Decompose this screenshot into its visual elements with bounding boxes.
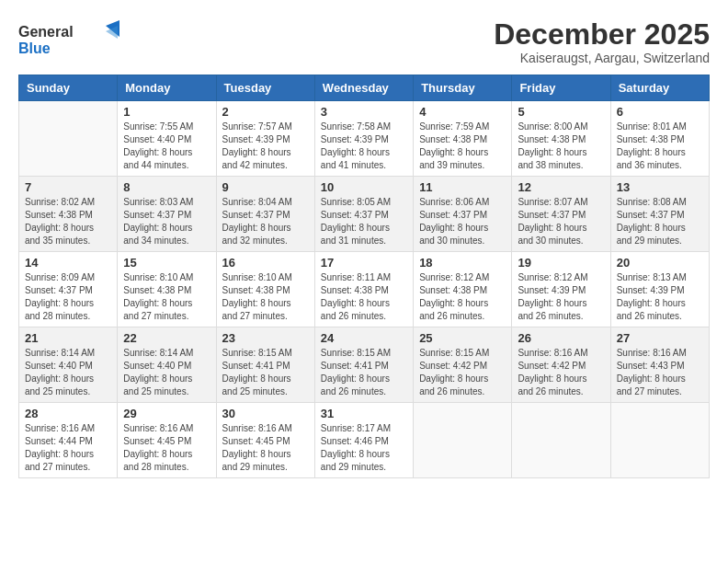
day-cell: 26Sunrise: 8:16 AMSunset: 4:42 PMDayligh… <box>512 327 610 403</box>
page-header: General Blue December 2025 Kaiseraugst, … <box>18 18 710 65</box>
day-info: Sunrise: 8:06 AMSunset: 4:37 PMDaylight:… <box>419 196 506 247</box>
day-info: Sunrise: 8:05 AMSunset: 4:37 PMDaylight:… <box>321 196 407 247</box>
week-row-3: 14Sunrise: 8:09 AMSunset: 4:37 PMDayligh… <box>19 252 710 327</box>
day-cell: 15Sunrise: 8:10 AMSunset: 4:38 PMDayligh… <box>118 252 216 327</box>
day-cell: 5Sunrise: 8:00 AMSunset: 4:38 PMDaylight… <box>512 101 610 177</box>
day-info: Sunrise: 8:14 AMSunset: 4:40 PMDaylight:… <box>123 347 210 398</box>
day-cell: 2Sunrise: 7:57 AMSunset: 4:39 PMDaylight… <box>216 101 314 177</box>
day-info: Sunrise: 8:03 AMSunset: 4:37 PMDaylight:… <box>123 196 210 247</box>
day-info: Sunrise: 8:01 AMSunset: 4:38 PMDaylight:… <box>617 121 703 172</box>
location: Kaiseraugst, Aargau, Switzerland <box>494 51 710 65</box>
day-cell: 12Sunrise: 8:07 AMSunset: 4:37 PMDayligh… <box>512 177 610 252</box>
day-number: 6 <box>617 105 703 119</box>
day-number: 26 <box>518 331 604 345</box>
day-cell: 31Sunrise: 8:17 AMSunset: 4:46 PMDayligh… <box>314 403 413 478</box>
day-cell: 14Sunrise: 8:09 AMSunset: 4:37 PMDayligh… <box>19 252 118 327</box>
day-number: 10 <box>321 180 407 194</box>
day-cell: 25Sunrise: 8:15 AMSunset: 4:42 PMDayligh… <box>414 327 512 403</box>
calendar-table: SundayMondayTuesdayWednesdayThursdayFrid… <box>18 75 710 478</box>
day-cell: 24Sunrise: 8:15 AMSunset: 4:41 PMDayligh… <box>314 327 413 403</box>
day-info: Sunrise: 8:12 AMSunset: 4:39 PMDaylight:… <box>518 271 604 323</box>
day-info: Sunrise: 8:17 AMSunset: 4:46 PMDaylight:… <box>321 422 407 474</box>
day-number: 11 <box>419 180 506 194</box>
day-cell: 16Sunrise: 8:10 AMSunset: 4:38 PMDayligh… <box>216 252 314 327</box>
day-cell: 8Sunrise: 8:03 AMSunset: 4:37 PMDaylight… <box>118 177 216 252</box>
day-cell: 11Sunrise: 8:06 AMSunset: 4:37 PMDayligh… <box>414 177 512 252</box>
header-friday: Friday <box>512 75 610 101</box>
header-wednesday: Wednesday <box>314 75 413 101</box>
week-row-2: 7Sunrise: 8:02 AMSunset: 4:38 PMDaylight… <box>19 177 710 252</box>
week-row-5: 28Sunrise: 8:16 AMSunset: 4:44 PMDayligh… <box>19 403 710 478</box>
title-area: December 2025 Kaiseraugst, Aargau, Switz… <box>494 18 710 65</box>
day-info: Sunrise: 8:09 AMSunset: 4:37 PMDaylight:… <box>25 271 111 323</box>
header-monday: Monday <box>118 75 216 101</box>
day-number: 25 <box>419 331 506 345</box>
day-info: Sunrise: 8:13 AMSunset: 4:39 PMDaylight:… <box>617 271 703 323</box>
logo: General Blue <box>18 18 119 60</box>
day-number: 9 <box>222 180 309 194</box>
day-number: 18 <box>419 256 506 270</box>
day-cell: 30Sunrise: 8:16 AMSunset: 4:45 PMDayligh… <box>216 403 314 478</box>
day-info: Sunrise: 8:16 AMSunset: 4:43 PMDaylight:… <box>617 347 703 398</box>
day-cell: 6Sunrise: 8:01 AMSunset: 4:38 PMDaylight… <box>610 101 709 177</box>
weekday-header-row: SundayMondayTuesdayWednesdayThursdayFrid… <box>19 75 710 101</box>
month-title: December 2025 <box>494 18 710 51</box>
day-info: Sunrise: 8:04 AMSunset: 4:37 PMDaylight:… <box>222 196 309 247</box>
day-number: 15 <box>123 256 210 270</box>
day-number: 13 <box>617 180 703 194</box>
day-info: Sunrise: 8:16 AMSunset: 4:42 PMDaylight:… <box>518 347 604 398</box>
day-number: 31 <box>321 407 407 420</box>
day-number: 14 <box>25 256 111 270</box>
day-number: 2 <box>222 105 309 119</box>
day-cell: 23Sunrise: 8:15 AMSunset: 4:41 PMDayligh… <box>216 327 314 403</box>
day-info: Sunrise: 8:15 AMSunset: 4:41 PMDaylight:… <box>222 347 309 398</box>
day-info: Sunrise: 8:15 AMSunset: 4:41 PMDaylight:… <box>321 347 407 398</box>
day-info: Sunrise: 7:59 AMSunset: 4:38 PMDaylight:… <box>419 121 506 172</box>
svg-text:Blue: Blue <box>18 40 51 56</box>
day-info: Sunrise: 8:16 AMSunset: 4:45 PMDaylight:… <box>123 422 210 474</box>
day-info: Sunrise: 8:02 AMSunset: 4:38 PMDaylight:… <box>25 196 111 247</box>
day-info: Sunrise: 8:16 AMSunset: 4:44 PMDaylight:… <box>25 422 111 474</box>
logo-icon: General Blue <box>18 18 119 60</box>
svg-text:General: General <box>18 24 74 40</box>
day-number: 17 <box>321 256 407 270</box>
day-cell: 17Sunrise: 8:11 AMSunset: 4:38 PMDayligh… <box>314 252 413 327</box>
day-info: Sunrise: 7:57 AMSunset: 4:39 PMDaylight:… <box>222 121 309 172</box>
day-cell <box>414 403 512 478</box>
day-number: 24 <box>321 331 407 345</box>
day-cell: 20Sunrise: 8:13 AMSunset: 4:39 PMDayligh… <box>610 252 709 327</box>
header-saturday: Saturday <box>610 75 709 101</box>
day-cell: 9Sunrise: 8:04 AMSunset: 4:37 PMDaylight… <box>216 177 314 252</box>
header-tuesday: Tuesday <box>216 75 314 101</box>
day-info: Sunrise: 8:08 AMSunset: 4:37 PMDaylight:… <box>617 196 703 247</box>
day-info: Sunrise: 7:58 AMSunset: 4:39 PMDaylight:… <box>321 121 407 172</box>
day-cell: 19Sunrise: 8:12 AMSunset: 4:39 PMDayligh… <box>512 252 610 327</box>
day-info: Sunrise: 8:10 AMSunset: 4:38 PMDaylight:… <box>123 271 210 323</box>
day-info: Sunrise: 8:00 AMSunset: 4:38 PMDaylight:… <box>518 121 604 172</box>
day-cell: 4Sunrise: 7:59 AMSunset: 4:38 PMDaylight… <box>414 101 512 177</box>
day-cell: 28Sunrise: 8:16 AMSunset: 4:44 PMDayligh… <box>19 403 118 478</box>
day-number: 4 <box>419 105 506 119</box>
day-cell: 10Sunrise: 8:05 AMSunset: 4:37 PMDayligh… <box>314 177 413 252</box>
day-info: Sunrise: 8:11 AMSunset: 4:38 PMDaylight:… <box>321 271 407 323</box>
day-cell <box>512 403 610 478</box>
day-number: 20 <box>617 256 703 270</box>
day-info: Sunrise: 8:12 AMSunset: 4:38 PMDaylight:… <box>419 271 506 323</box>
day-info: Sunrise: 8:07 AMSunset: 4:37 PMDaylight:… <box>518 196 604 247</box>
day-cell: 22Sunrise: 8:14 AMSunset: 4:40 PMDayligh… <box>118 327 216 403</box>
day-number: 3 <box>321 105 407 119</box>
week-row-1: 1Sunrise: 7:55 AMSunset: 4:40 PMDaylight… <box>19 101 710 177</box>
day-number: 12 <box>518 180 604 194</box>
day-number: 1 <box>123 105 210 119</box>
day-cell: 29Sunrise: 8:16 AMSunset: 4:45 PMDayligh… <box>118 403 216 478</box>
day-number: 29 <box>123 407 210 420</box>
day-cell: 21Sunrise: 8:14 AMSunset: 4:40 PMDayligh… <box>19 327 118 403</box>
day-number: 22 <box>123 331 210 345</box>
day-number: 30 <box>222 407 309 420</box>
day-cell: 7Sunrise: 8:02 AMSunset: 4:38 PMDaylight… <box>19 177 118 252</box>
day-info: Sunrise: 8:16 AMSunset: 4:45 PMDaylight:… <box>222 422 309 474</box>
day-number: 23 <box>222 331 309 345</box>
day-number: 19 <box>518 256 604 270</box>
day-cell <box>19 101 118 177</box>
day-number: 7 <box>25 180 111 194</box>
